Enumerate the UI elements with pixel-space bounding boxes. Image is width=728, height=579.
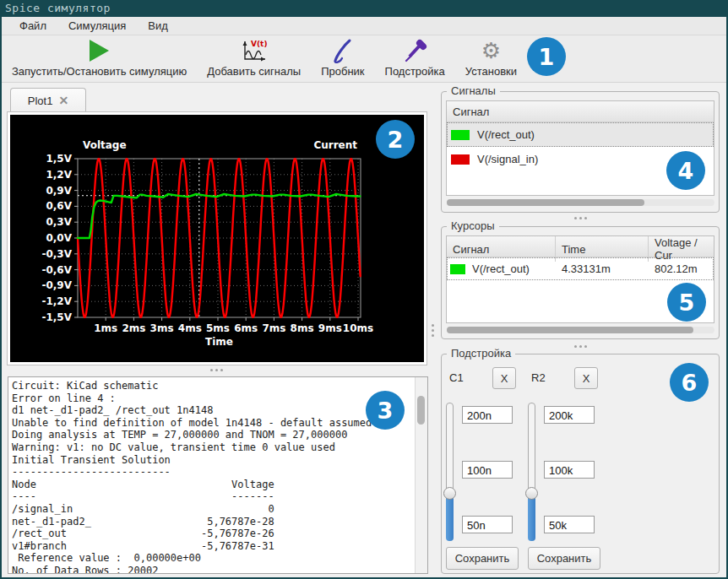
tuner-r2-slider-fill [528, 493, 535, 541]
cursors-col-signal: Сигнал [447, 236, 555, 262]
screwdriver-icon [402, 38, 427, 63]
signal-color-swatch [451, 130, 470, 140]
svg-text:-0,6V: -0,6V [41, 264, 72, 276]
tuner-c1-min-field[interactable]: 50n [462, 516, 513, 533]
svg-text:3ms: 3ms [150, 322, 174, 334]
splitter-grip-signals-cursors[interactable] [574, 217, 587, 219]
settings-label: Установки [465, 65, 517, 78]
tuner-c1-name: C1 [449, 371, 464, 384]
menu-view[interactable]: Вид [137, 18, 179, 34]
tuner-c1-max-field[interactable]: 200n [462, 406, 513, 424]
tuner-c1-close-button[interactable]: X [492, 367, 516, 389]
signal-name: V(/rect_out) [477, 128, 535, 141]
tuner-r2-save-button[interactable]: Сохранить [528, 547, 600, 570]
svg-text:-1,5V: -1,5V [41, 311, 72, 323]
plot-canvas[interactable]: 1,5V1,2V0,9V0,6V0,3V0,0V-0,3V-0,6V-0,9V-… [10, 115, 424, 362]
add-signals-label: Добавить сигналы [207, 65, 301, 78]
signal-row-rect-out[interactable]: V(/rect_out) [447, 122, 714, 147]
tune-button[interactable]: Подстройка [380, 36, 450, 79]
signals-group-title: Сигналы [447, 84, 500, 97]
svg-text:1,5V: 1,5V [46, 153, 72, 165]
svg-text:1,2V: 1,2V [46, 169, 72, 181]
toolbar: Запустить/Остановить симуляцию V(t) Доба… [2, 35, 726, 83]
settings-gear-icon: ⚙ [481, 38, 501, 63]
svg-text:8ms: 8ms [291, 322, 314, 334]
annotation-badge-6: 6 [670, 363, 709, 402]
annotation-badge-5: 5 [667, 283, 706, 322]
run-stop-simulation-button[interactable]: Запустить/Остановить симуляцию [7, 36, 192, 79]
tuner-c1-slider-track[interactable] [446, 403, 454, 494]
menubar: Файл Симуляция Вид [2, 17, 726, 35]
cursor-signal-swatch [450, 264, 465, 274]
window-title: Spice симулятор [5, 2, 111, 14]
tuner-c1-value-field[interactable]: 100n [462, 461, 513, 479]
tuner-r2-close-button[interactable]: X [574, 367, 598, 389]
vt-icon-text: V(t) [251, 40, 268, 48]
tuner-r2-min-field[interactable]: 50k [544, 516, 595, 533]
tab-close-icon[interactable]: ✕ [58, 94, 68, 107]
cursors-col-voltage: Voltage / Cur [648, 236, 714, 262]
svg-text:4ms: 4ms [178, 322, 202, 334]
tuner-c1-slider-thumb[interactable] [443, 487, 456, 500]
tuner-c1-save-button[interactable]: Сохранить [446, 547, 519, 570]
console-vertical-scrollbar[interactable] [415, 377, 427, 573]
signal-name: V(/signal_in) [477, 153, 538, 165]
svg-text:0,6V: 0,6V [46, 200, 72, 212]
tuner-r2-slider-track[interactable] [528, 403, 535, 494]
signals-column-header: Сигнал [447, 101, 489, 122]
tuner-r2-name: R2 [531, 371, 546, 384]
svg-text:-0,9V: -0,9V [41, 279, 72, 291]
svg-text:0,3V: 0,3V [46, 216, 72, 228]
probe-icon [331, 38, 355, 63]
svg-text:2ms: 2ms [122, 322, 145, 334]
tune-group-title: Подстройка [447, 347, 515, 360]
splitter-horizontal-grip[interactable] [210, 369, 223, 371]
svg-text:Current: Current [313, 139, 357, 151]
annotation-badge-3: 3 [366, 391, 405, 430]
console-scroll-thumb[interactable] [417, 396, 425, 425]
cursor-time-value: 4.33131m [555, 262, 648, 275]
svg-text:-0,3V: -0,3V [41, 248, 72, 260]
run-stop-label: Запустить/Остановить симуляцию [12, 65, 187, 78]
window-titlebar[interactable]: Spice симулятор [0, 0, 728, 17]
plot-svg: 1,5V1,2V0,9V0,6V0,3V0,0V-0,3V-0,6V-0,9V-… [10, 115, 424, 362]
svg-text:6ms: 6ms [234, 322, 258, 334]
play-icon [90, 38, 109, 63]
cursor-signal-name: V(/rect_out) [472, 262, 530, 275]
tab-plot1-label: Plot1 [28, 95, 53, 107]
menu-simulation[interactable]: Симуляция [57, 18, 137, 34]
tuner-r2-max-field[interactable]: 200k [544, 406, 595, 424]
add-signals-icon: V(t) [240, 38, 269, 63]
svg-text:-1,2V: -1,2V [41, 295, 72, 307]
svg-text:Voltage: Voltage [83, 139, 127, 151]
cursor-voltage-value: 802.12m [648, 262, 714, 275]
cursors-col-time: Time [555, 236, 648, 262]
tuner-r2: R2 X 200k 100k 50k Сохранить [528, 365, 604, 571]
tuner-r2-slider-thumb[interactable] [525, 487, 538, 500]
signals-horizontal-scrollbar[interactable] [447, 199, 714, 206]
simulation-console[interactable]: Circuit: KiCad schematic Error on line 4… [8, 376, 428, 574]
tuner-c1: C1 X 200n 100n 50n Сохранить [446, 365, 522, 571]
tune-label: Подстройка [385, 65, 445, 78]
cursors-horizontal-scrollbar[interactable] [447, 327, 714, 333]
annotation-badge-2: 2 [376, 120, 415, 159]
splitter-grip-cursors-tune[interactable] [574, 345, 587, 348]
svg-text:0,9V: 0,9V [46, 185, 72, 197]
add-signals-button[interactable]: V(t) Добавить сигналы [202, 36, 306, 79]
signal-color-swatch [451, 154, 470, 165]
cursors-scroll-thumb[interactable] [447, 327, 693, 333]
menu-file[interactable]: Файл [8, 18, 57, 34]
settings-button[interactable]: ⚙ Установки [460, 36, 522, 79]
cursors-group-title: Курсоры [447, 219, 499, 232]
svg-text:1ms: 1ms [94, 322, 117, 334]
svg-text:5ms: 5ms [206, 322, 230, 334]
svg-text:9ms: 9ms [318, 322, 342, 334]
tuner-r2-value-field[interactable]: 100k [544, 461, 595, 479]
svg-text:0,0V: 0,0V [46, 232, 72, 244]
tab-plot1[interactable]: Plot1 ✕ [10, 88, 86, 112]
tuner-c1-slider-fill [446, 493, 454, 541]
probe-button[interactable]: Пробник [316, 36, 369, 79]
annotation-badge-1: 1 [527, 37, 566, 76]
signals-scroll-thumb[interactable] [447, 199, 644, 206]
splitter-vertical-grip[interactable] [432, 324, 434, 337]
